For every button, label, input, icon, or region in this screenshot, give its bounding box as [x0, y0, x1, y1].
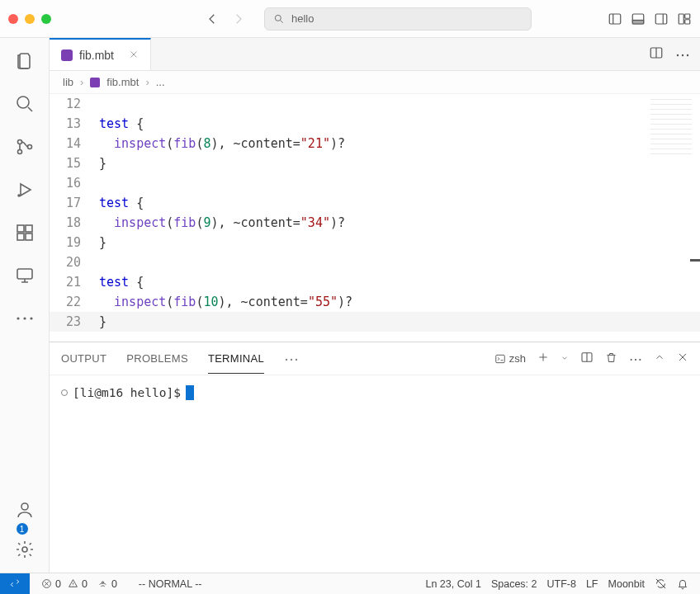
file-type-icon	[90, 78, 100, 87]
more-actions-icon[interactable]	[675, 48, 690, 60]
code-content[interactable]: test {	[99, 193, 144, 213]
terminal-body[interactable]: [li@m16 hello]$	[50, 375, 700, 573]
panel-more-icon[interactable]	[284, 352, 299, 365]
code-line[interactable]: 18 inspect(fib(9), ~content="34")?	[50, 213, 700, 233]
line-number: 21	[50, 272, 99, 292]
remote-explorer-icon[interactable]	[13, 264, 36, 287]
close-tab-icon[interactable]	[129, 49, 139, 62]
code-line[interactable]: 22 inspect(fib(10), ~content="55")?	[50, 292, 700, 312]
svg-point-18	[17, 317, 19, 319]
maximize-window-button[interactable]	[41, 14, 51, 24]
close-window-button[interactable]	[8, 14, 18, 24]
code-line[interactable]: 16	[50, 173, 700, 193]
code-content[interactable]: inspect(fib(9), ~content="34")?	[99, 213, 345, 233]
svg-point-25	[682, 54, 683, 56]
remote-indicator[interactable]	[0, 573, 30, 594]
terminal-profile-icon[interactable]: zsh	[494, 352, 526, 365]
command-center-search[interactable]: hello	[264, 7, 532, 31]
svg-point-34	[639, 359, 641, 361]
minimize-window-button[interactable]	[25, 14, 35, 24]
crumb-file[interactable]: fib.mbt	[106, 76, 139, 88]
search-icon[interactable]	[13, 92, 36, 116]
nav-forward-button[interactable]	[229, 10, 248, 28]
svg-point-12	[18, 195, 20, 196]
code-content[interactable]: inspect(fib(8), ~content="21")?	[99, 134, 345, 153]
svg-rect-13	[17, 225, 24, 232]
svg-rect-7	[685, 19, 690, 23]
code-content[interactable]: }	[99, 312, 106, 332]
panel-left-toggle-icon[interactable]	[608, 12, 622, 26]
more-icon[interactable]	[13, 307, 36, 330]
close-panel-icon[interactable]	[677, 351, 688, 365]
tab-output[interactable]: OUTPUT	[61, 344, 106, 373]
code-line[interactable]: 21test {	[50, 272, 700, 292]
line-number: 15	[50, 153, 99, 173]
line-number: 13	[50, 114, 99, 134]
terminal-dropdown-icon[interactable]	[560, 352, 569, 365]
code-content[interactable]: test {	[99, 114, 144, 134]
minimap[interactable]	[650, 99, 692, 157]
split-terminal-icon[interactable]	[580, 351, 594, 366]
split-editor-icon[interactable]	[649, 45, 664, 63]
code-content[interactable]: inspect(fib(10), ~content="55")?	[99, 292, 352, 312]
tab-fib-mbt[interactable]: fib.mbt	[50, 38, 151, 70]
errors-warnings[interactable]: 0 0	[36, 578, 92, 590]
run-debug-icon[interactable]	[13, 178, 36, 201]
code-line[interactable]: 13test {	[50, 114, 700, 134]
customize-layout-icon[interactable]	[677, 12, 692, 26]
svg-point-22	[22, 547, 27, 552]
title-bar: hello	[0, 0, 700, 38]
panel-right-toggle-icon[interactable]	[654, 12, 669, 26]
svg-point-11	[27, 145, 31, 149]
svg-point-32	[631, 359, 632, 361]
tab-problems[interactable]: PROBLEMS	[126, 344, 188, 373]
nav-back-button[interactable]	[203, 10, 221, 28]
code-line[interactable]: 19}	[50, 233, 700, 252]
code-content[interactable]: test {	[99, 272, 144, 292]
maximize-panel-icon[interactable]	[654, 351, 665, 365]
code-line[interactable]: 20	[50, 252, 700, 272]
crumb-tail[interactable]: ...	[156, 76, 165, 88]
indentation[interactable]: Spaces: 2	[486, 578, 542, 590]
svg-rect-5	[679, 14, 683, 24]
svg-point-8	[17, 97, 29, 108]
code-content[interactable]: }	[99, 233, 106, 252]
sync-ignored-icon[interactable]	[650, 578, 672, 590]
vim-mode: -- NORMAL --	[134, 578, 207, 590]
code-editor[interactable]: 1213test {14 inspect(fib(8), ~content="2…	[50, 94, 700, 342]
encoding[interactable]: UTF-8	[542, 578, 581, 590]
panel-bottom-toggle-icon[interactable]	[631, 12, 646, 26]
source-control-icon[interactable]	[13, 135, 36, 158]
extensions-icon[interactable]	[13, 221, 36, 244]
notifications-icon[interactable]	[672, 578, 693, 590]
tab-terminal[interactable]: TERMINAL	[208, 344, 264, 374]
code-line[interactable]: 23}	[50, 312, 700, 332]
svg-point-19	[23, 317, 26, 319]
language-mode[interactable]: Moonbit	[603, 578, 650, 590]
svg-point-9	[17, 140, 21, 144]
line-number: 19	[50, 233, 99, 252]
window-controls	[8, 14, 51, 24]
svg-rect-6	[685, 14, 690, 18]
editor-tabs: fib.mbt	[50, 38, 700, 71]
svg-rect-14	[26, 225, 32, 232]
code-line[interactable]: 14 inspect(fib(8), ~content="21")?	[50, 134, 700, 153]
code-content[interactable]: }	[99, 153, 106, 173]
code-line[interactable]: 15}	[50, 153, 700, 173]
breadcrumb[interactable]: lib › fib.mbt › ...	[50, 71, 700, 94]
svg-rect-30	[496, 355, 505, 362]
cursor-position[interactable]: Ln 23, Col 1	[420, 578, 485, 590]
panel-more-icon[interactable]	[629, 352, 642, 365]
settings-gear-icon[interactable]: 1	[13, 538, 36, 561]
account-icon[interactable]	[13, 498, 36, 521]
eol[interactable]: LF	[581, 578, 603, 590]
code-line[interactable]: 12	[50, 94, 700, 114]
line-number: 20	[50, 252, 99, 272]
explorer-icon[interactable]	[13, 50, 36, 73]
crumb-root[interactable]: lib	[63, 76, 73, 88]
activity-bar: 1	[0, 38, 50, 573]
new-terminal-icon[interactable]	[537, 351, 549, 365]
code-line[interactable]: 17test {	[50, 193, 700, 213]
kill-terminal-icon[interactable]	[605, 351, 617, 366]
ports-indicator[interactable]: 0	[92, 578, 122, 590]
